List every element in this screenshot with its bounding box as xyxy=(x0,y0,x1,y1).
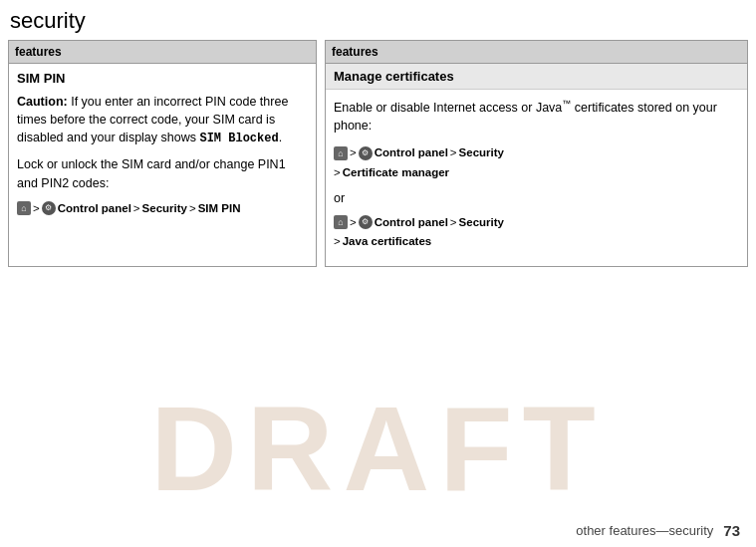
or-text: or xyxy=(334,189,739,208)
page-footer: other features—security 73 xyxy=(0,522,756,539)
home-icon: ⌂ xyxy=(17,201,31,215)
content-area: features SIM PIN Caution: If you enter a… xyxy=(0,40,756,275)
home-icon-r2: ⌂ xyxy=(334,215,348,229)
gear-icon-r1: ⚙ xyxy=(359,146,373,160)
nav-r2-security: Security xyxy=(459,214,504,231)
gear-icon-r2: ⚙ xyxy=(359,215,373,229)
nav-r1-gt3: > xyxy=(334,164,341,181)
nav-security: Security xyxy=(142,200,187,217)
right-nav-block-1: ⌂ > ⚙ Control panel > Security > Certifi… xyxy=(334,144,739,181)
caution-period: . xyxy=(279,131,282,144)
gear-icon: ⚙ xyxy=(42,201,56,215)
right-table: features Manage certificates Enable or d… xyxy=(325,40,748,267)
caution-text: Caution: If you enter an incorrect PIN c… xyxy=(17,93,308,148)
nav-r1-gt1: > xyxy=(350,144,357,161)
nav-r2-java-certs: Java certificates xyxy=(343,233,432,250)
home-icon-r1: ⌂ xyxy=(334,146,348,160)
left-nav-path: ⌂ > ⚙ Control panel > Security > SIM PIN xyxy=(17,200,308,217)
nav-r1-cert-manager: Certificate manager xyxy=(343,164,449,181)
nav-r2-gt2: > xyxy=(450,214,457,231)
nav-gt3: > xyxy=(189,200,196,217)
nav-gt2: > xyxy=(133,200,140,217)
nav-r2-control-panel: Control panel xyxy=(375,214,448,231)
nav-r1-gt2: > xyxy=(450,144,457,161)
right-nav-path-2: ⌂ > ⚙ Control panel > Security xyxy=(334,214,739,231)
tm-superscript: ™ xyxy=(562,99,571,109)
right-table-body: Enable or disable Internet access or Jav… xyxy=(326,90,747,266)
nav-r1-control-panel: Control panel xyxy=(375,144,448,161)
right-nav-block-2: ⌂ > ⚙ Control panel > Security > Java ce… xyxy=(334,214,739,251)
right-nav-path-1b: > Certificate manager xyxy=(334,164,739,181)
draft-watermark: DRAFT xyxy=(0,380,756,517)
left-table-header: features xyxy=(9,41,316,64)
manage-certs-title: Manage certificates xyxy=(326,64,747,90)
nav-r1-security: Security xyxy=(459,144,504,161)
caution-label: Caution: xyxy=(17,95,68,109)
nav-r2-gt1: > xyxy=(350,214,357,231)
nav-gt1: > xyxy=(33,200,40,217)
lock-text: Lock or unlock the SIM card and/or chang… xyxy=(17,155,308,191)
left-table-body: SIM PIN Caution: If you enter an incorre… xyxy=(9,64,316,222)
nav-sim-pin: SIM PIN xyxy=(198,200,241,217)
footer-text: other features—security xyxy=(576,523,713,538)
page-title: security xyxy=(0,0,756,40)
right-table-header: features xyxy=(326,41,747,64)
page-number: 73 xyxy=(723,522,740,539)
nav-control-panel: Control panel xyxy=(58,200,131,217)
left-table: features SIM PIN Caution: If you enter a… xyxy=(8,40,317,267)
right-nav-path-1: ⌂ > ⚙ Control panel > Security xyxy=(334,144,739,161)
right-nav-path-2b: > Java certificates xyxy=(334,233,739,250)
nav-r2-gt3: > xyxy=(334,233,341,250)
manage-intro: Enable or disable Internet access or Jav… xyxy=(334,98,739,135)
sim-blocked-text: SIM Blocked xyxy=(199,132,278,145)
sim-pin-title: SIM PIN xyxy=(17,70,308,89)
